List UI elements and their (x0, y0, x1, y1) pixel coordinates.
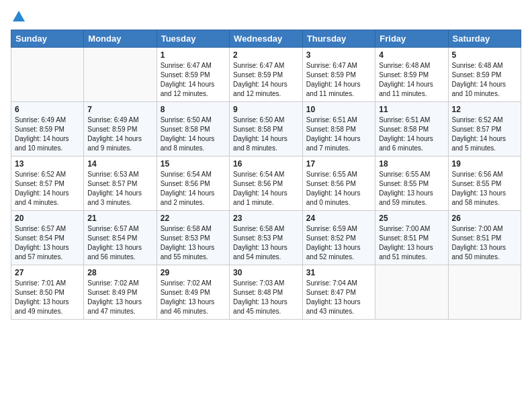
day-info: Sunrise: 6:52 AM Sunset: 8:57 PM Dayligh… (15, 170, 80, 208)
day-info: Sunrise: 6:57 AM Sunset: 8:54 PM Dayligh… (15, 224, 80, 262)
calendar-cell: 13Sunrise: 6:52 AM Sunset: 8:57 PM Dayli… (11, 156, 84, 211)
day-number: 8 (161, 105, 226, 114)
day-info: Sunrise: 7:02 AM Sunset: 8:49 PM Dayligh… (87, 279, 152, 316)
logo-triangle-icon (13, 11, 25, 21)
weekday-header: Sunday (11, 30, 84, 48)
calendar-cell: 30Sunrise: 7:03 AM Sunset: 8:48 PM Dayli… (230, 265, 303, 320)
day-number: 7 (87, 105, 152, 114)
calendar-cell (84, 48, 157, 102)
calendar-cell: 10Sunrise: 6:51 AM Sunset: 8:58 PM Dayli… (302, 102, 375, 156)
calendar-cell: 28Sunrise: 7:02 AM Sunset: 8:49 PM Dayli… (84, 265, 157, 320)
day-number: 28 (87, 268, 152, 277)
calendar-header-row: SundayMondayTuesdayWednesdayThursdayFrid… (11, 30, 521, 48)
day-info: Sunrise: 6:57 AM Sunset: 8:54 PM Dayligh… (87, 224, 152, 262)
day-number: 17 (306, 159, 371, 169)
day-info: Sunrise: 6:59 AM Sunset: 8:52 PM Dayligh… (306, 224, 371, 262)
weekday-header: Saturday (448, 30, 521, 48)
day-number: 5 (452, 50, 518, 60)
calendar-cell (448, 265, 521, 320)
calendar-cell: 5Sunrise: 6:48 AM Sunset: 8:59 PM Daylig… (448, 48, 521, 102)
calendar-cell: 27Sunrise: 7:01 AM Sunset: 8:50 PM Dayli… (11, 265, 84, 320)
day-info: Sunrise: 7:03 AM Sunset: 8:48 PM Dayligh… (233, 279, 299, 316)
day-number: 25 (379, 214, 444, 223)
day-info: Sunrise: 6:48 AM Sunset: 8:59 PM Dayligh… (452, 61, 518, 99)
calendar-week-row: 6Sunrise: 6:49 AM Sunset: 8:59 PM Daylig… (11, 102, 521, 156)
day-number: 14 (87, 159, 152, 169)
weekday-header: Monday (84, 30, 157, 48)
day-number: 16 (233, 159, 299, 169)
calendar-cell: 19Sunrise: 6:56 AM Sunset: 8:55 PM Dayli… (448, 156, 521, 211)
calendar-cell: 4Sunrise: 6:48 AM Sunset: 8:59 PM Daylig… (375, 48, 448, 102)
day-info: Sunrise: 6:54 AM Sunset: 8:56 PM Dayligh… (233, 170, 299, 208)
day-number: 20 (15, 214, 80, 223)
calendar-cell: 31Sunrise: 7:04 AM Sunset: 8:47 PM Dayli… (302, 265, 375, 320)
day-info: Sunrise: 6:47 AM Sunset: 8:59 PM Dayligh… (306, 61, 371, 99)
day-number: 3 (306, 50, 371, 60)
calendar-cell (375, 265, 448, 320)
page-header (11, 11, 521, 23)
weekday-header: Tuesday (157, 30, 229, 48)
calendar-cell: 24Sunrise: 6:59 AM Sunset: 8:52 PM Dayli… (302, 211, 375, 265)
calendar-cell: 18Sunrise: 6:55 AM Sunset: 8:55 PM Dayli… (375, 156, 448, 211)
day-number: 4 (379, 50, 444, 60)
day-info: Sunrise: 6:53 AM Sunset: 8:57 PM Dayligh… (87, 170, 152, 208)
day-info: Sunrise: 6:50 AM Sunset: 8:58 PM Dayligh… (233, 116, 299, 153)
calendar-cell (11, 48, 84, 102)
calendar-week-row: 13Sunrise: 6:52 AM Sunset: 8:57 PM Dayli… (11, 156, 521, 211)
calendar-cell: 26Sunrise: 7:00 AM Sunset: 8:51 PM Dayli… (448, 211, 521, 265)
logo (11, 11, 25, 23)
day-info: Sunrise: 7:00 AM Sunset: 8:51 PM Dayligh… (452, 224, 518, 262)
day-info: Sunrise: 6:47 AM Sunset: 8:59 PM Dayligh… (161, 61, 226, 99)
day-info: Sunrise: 6:49 AM Sunset: 8:59 PM Dayligh… (87, 116, 152, 153)
day-info: Sunrise: 6:51 AM Sunset: 8:58 PM Dayligh… (306, 116, 371, 153)
calendar-cell: 14Sunrise: 6:53 AM Sunset: 8:57 PM Dayli… (84, 156, 157, 211)
calendar-week-row: 27Sunrise: 7:01 AM Sunset: 8:50 PM Dayli… (11, 265, 521, 320)
weekday-header: Thursday (302, 30, 375, 48)
day-info: Sunrise: 6:55 AM Sunset: 8:55 PM Dayligh… (379, 170, 444, 208)
day-number: 31 (306, 268, 371, 277)
calendar-week-row: 1Sunrise: 6:47 AM Sunset: 8:59 PM Daylig… (11, 48, 521, 102)
day-info: Sunrise: 7:02 AM Sunset: 8:49 PM Dayligh… (161, 279, 226, 316)
day-number: 23 (233, 214, 299, 223)
day-number: 2 (233, 50, 299, 60)
day-info: Sunrise: 6:55 AM Sunset: 8:56 PM Dayligh… (306, 170, 371, 208)
calendar-cell: 6Sunrise: 6:49 AM Sunset: 8:59 PM Daylig… (11, 102, 84, 156)
calendar-cell: 8Sunrise: 6:50 AM Sunset: 8:58 PM Daylig… (157, 102, 229, 156)
calendar-cell: 1Sunrise: 6:47 AM Sunset: 8:59 PM Daylig… (157, 48, 229, 102)
day-number: 27 (15, 268, 80, 277)
calendar-cell: 9Sunrise: 6:50 AM Sunset: 8:58 PM Daylig… (230, 102, 303, 156)
day-info: Sunrise: 6:47 AM Sunset: 8:59 PM Dayligh… (233, 61, 299, 99)
calendar-cell: 17Sunrise: 6:55 AM Sunset: 8:56 PM Dayli… (302, 156, 375, 211)
day-info: Sunrise: 6:54 AM Sunset: 8:56 PM Dayligh… (161, 170, 226, 208)
day-number: 24 (306, 214, 371, 223)
weekday-header: Friday (375, 30, 448, 48)
calendar-cell: 3Sunrise: 6:47 AM Sunset: 8:59 PM Daylig… (302, 48, 375, 102)
calendar-table: SundayMondayTuesdayWednesdayThursdayFrid… (11, 30, 521, 320)
day-number: 13 (15, 159, 80, 169)
day-info: Sunrise: 6:49 AM Sunset: 8:59 PM Dayligh… (15, 116, 80, 153)
day-info: Sunrise: 6:52 AM Sunset: 8:57 PM Dayligh… (452, 116, 518, 153)
day-info: Sunrise: 6:58 AM Sunset: 8:53 PM Dayligh… (233, 224, 299, 262)
calendar-cell: 2Sunrise: 6:47 AM Sunset: 8:59 PM Daylig… (230, 48, 303, 102)
day-number: 26 (452, 214, 518, 223)
calendar-cell: 29Sunrise: 7:02 AM Sunset: 8:49 PM Dayli… (157, 265, 229, 320)
day-number: 15 (161, 159, 226, 169)
day-number: 6 (15, 105, 80, 114)
day-info: Sunrise: 6:51 AM Sunset: 8:58 PM Dayligh… (379, 116, 444, 153)
calendar-cell: 20Sunrise: 6:57 AM Sunset: 8:54 PM Dayli… (11, 211, 84, 265)
day-number: 11 (379, 105, 444, 114)
day-number: 12 (452, 105, 518, 114)
calendar-cell: 21Sunrise: 6:57 AM Sunset: 8:54 PM Dayli… (84, 211, 157, 265)
day-number: 19 (452, 159, 518, 169)
day-info: Sunrise: 6:56 AM Sunset: 8:55 PM Dayligh… (452, 170, 518, 208)
day-info: Sunrise: 7:04 AM Sunset: 8:47 PM Dayligh… (306, 279, 371, 316)
day-info: Sunrise: 6:58 AM Sunset: 8:53 PM Dayligh… (161, 224, 226, 262)
calendar-cell: 25Sunrise: 7:00 AM Sunset: 8:51 PM Dayli… (375, 211, 448, 265)
day-number: 10 (306, 105, 371, 114)
day-info: Sunrise: 7:01 AM Sunset: 8:50 PM Dayligh… (15, 279, 80, 316)
day-info: Sunrise: 6:50 AM Sunset: 8:58 PM Dayligh… (161, 116, 226, 153)
day-number: 30 (233, 268, 299, 277)
calendar-cell: 12Sunrise: 6:52 AM Sunset: 8:57 PM Dayli… (448, 102, 521, 156)
calendar-cell: 11Sunrise: 6:51 AM Sunset: 8:58 PM Dayli… (375, 102, 448, 156)
day-info: Sunrise: 7:00 AM Sunset: 8:51 PM Dayligh… (379, 224, 444, 262)
